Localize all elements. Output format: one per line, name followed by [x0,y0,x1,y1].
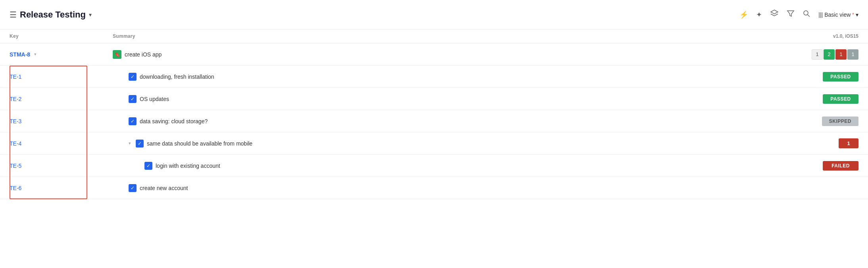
view-bars-icon: ||| [818,12,823,18]
te3-status-badge: SKIPPED [822,117,858,126]
te4-status-cell: 1 [731,138,858,148]
te2-checkbox-icon: ✓ [129,95,137,103]
te6-key-cell: TE-6 [10,185,113,191]
test-row-te5: TE-5 ✓ login with existing account FAILE… [0,155,868,177]
svg-marker-1 [787,11,794,16]
te2-status-cell: PASSED [731,94,858,104]
table-header: Key Summary v1.0, iOS15 [0,29,868,43]
te5-key[interactable]: TE-5 [10,163,21,169]
issue-key-cell: STMA-8 ▾ [10,51,113,58]
test-row-te3: TE-3 ✓ data saving: cloud storage? SKIPP… [0,110,868,132]
star-icon[interactable]: ✦ [756,10,762,19]
te2-status-badge: PASSED [823,94,858,104]
version-badge-1: 2 [824,49,835,60]
te1-checkbox-icon: ✓ [129,73,137,81]
te4-summary: same data should be available from mobil… [147,140,252,147]
te4-expand-icon[interactable]: ▾ [129,141,131,146]
te6-summary-cell: ✓ create new account [113,184,731,192]
lightning-icon[interactable]: ⚡ [739,10,748,19]
issue-key[interactable]: STMA-8 [10,51,30,58]
te3-summary: data saving: cloud storage? [140,118,208,124]
te5-status-cell: FAILED [731,161,858,171]
te3-checkbox-icon: ✓ [129,117,137,125]
col-header-key: Key [10,33,113,39]
toolbar: ⚡ ✦ ||| Basic view* ▾ [739,9,858,20]
issue-row-stma8: Issue → STMA-8 ▾ 🔖 create iOS app 1 2 1 … [0,43,868,66]
te1-key[interactable]: TE-1 [10,74,21,80]
te3-key-cell: TE-3 [10,118,113,124]
layers-icon[interactable] [770,9,779,20]
svg-marker-0 [771,10,778,14]
version-badges: 1 2 1 1 [731,49,858,60]
te5-status-badge: FAILED [823,161,858,171]
header-left: ☰ Release Testing ▾ [10,10,92,20]
te5-key-cell: TE-5 [10,163,113,169]
version-badge-3: 1 [847,49,858,60]
te2-key[interactable]: TE-2 [10,96,21,102]
te6-checkbox-icon: ✓ [129,184,137,192]
te1-summary: downloading, fresh installation [140,74,214,80]
test-row-te4: TE-4 ▾ ✓ same data should be available f… [0,132,868,155]
te1-status-cell: PASSED [731,72,858,82]
te3-status-cell: SKIPPED [731,117,858,126]
test-row-te2: TE-2 ✓ OS updates PASSED [0,88,868,110]
version-badge-2: 1 [835,49,847,60]
te3-key[interactable]: TE-3 [10,118,21,124]
col-header-summary: Summary [113,33,731,39]
page-title: Release Testing [20,10,86,20]
issue-summary-cell: 🔖 create iOS app [113,50,731,59]
svg-line-3 [808,15,810,17]
list-icon: ☰ [10,10,17,19]
te5-summary: login with existing account [156,163,220,169]
test-row-te1: TE-1 ✓ downloading, fresh installation P… [0,66,868,88]
issue-summary[interactable]: create iOS app [125,51,162,58]
view-chevron-icon: ▾ [856,12,858,18]
title-chevron-icon[interactable]: ▾ [89,12,92,18]
header: ☰ Release Testing ▾ ⚡ ✦ ||| Basic view* … [0,0,868,29]
te2-summary: OS updates [140,96,169,102]
te6-key[interactable]: TE-6 [10,185,21,191]
tests-section: Tests → TE-1 ✓ downloading, fresh instal… [0,66,868,199]
te1-status-badge: PASSED [823,72,858,82]
version-badge-0: 1 [812,49,823,60]
te4-key-cell: TE-4 [10,140,113,147]
search-icon[interactable] [803,10,810,19]
te2-summary-cell: ✓ OS updates [113,95,731,103]
te6-summary: create new account [140,185,188,191]
view-label: Basic view [824,12,851,18]
view-asterisk: * [852,12,854,17]
te4-checkbox-icon: ✓ [136,140,144,148]
issue-chevron-icon[interactable]: ▾ [34,52,37,57]
view-selector[interactable]: ||| Basic view* ▾ [818,12,858,18]
bookmark-icon: 🔖 [113,50,121,59]
te3-summary-cell: ✓ data saving: cloud storage? [113,117,731,125]
content-wrapper: Key Summary v1.0, iOS15 Issue → STMA-8 ▾… [0,29,868,199]
te5-checkbox-icon: ✓ [144,162,152,170]
te4-status-badge: 1 [839,138,858,148]
te1-summary-cell: ✓ downloading, fresh installation [113,73,731,81]
col-header-version: v1.0, iOS15 [731,33,858,39]
test-row-te6: TE-6 ✓ create new account [0,177,868,199]
svg-point-2 [804,11,808,15]
te2-key-cell: TE-2 [10,96,113,102]
te4-key[interactable]: TE-4 [10,140,21,147]
filter-icon[interactable] [787,10,795,19]
te1-key-cell: TE-1 [10,74,113,80]
te5-summary-cell: ✓ login with existing account [113,162,731,170]
te4-summary-cell: ▾ ✓ same data should be available from m… [113,140,731,148]
